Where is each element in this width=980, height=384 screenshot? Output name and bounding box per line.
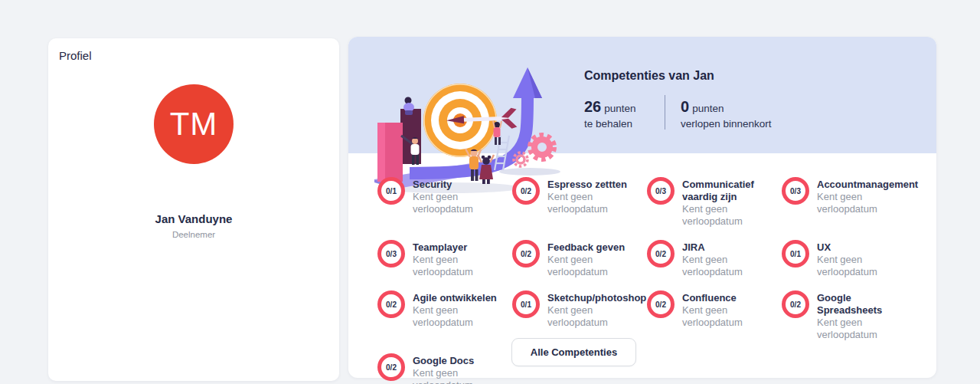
competency-name: JIRA	[682, 241, 765, 254]
stat-value: 0	[681, 98, 689, 115]
competency-expiry: Kent geen verloopdatum	[413, 254, 495, 278]
competency-text: Accountmanagement Kent geen verloopdatum	[817, 177, 918, 215]
competency-score-badge: 0/2	[512, 240, 540, 267]
competency-expiry: Kent geen verloopdatum	[682, 203, 765, 228]
ground-shadow-small	[499, 168, 560, 176]
competency-text: Agile ontwikkelen Kent geen verloopdatum	[413, 290, 497, 329]
competencies-header-banner: Competenties van Jan 26punten te behalen…	[348, 37, 936, 153]
competency-name: Google Spreadsheets	[817, 292, 916, 317]
competency-expiry: Kent geen verloopdatum	[817, 317, 900, 341]
competency-expiry: Kent geen verloopdatum	[817, 254, 900, 278]
competency-text: Google Docs Kent geen verloopdatum	[413, 353, 495, 384]
competency-text: Espresso zettten Kent geen verloopdatum	[547, 177, 630, 215]
competency-score-badge: 0/3	[377, 240, 405, 267]
competency-expiry: Kent geen verloopdatum	[413, 367, 495, 384]
competency-name: Communicatief vaardig zijn	[682, 179, 782, 203]
competency-text: JIRA Kent geen verloopdatum	[682, 240, 765, 278]
competency-score-badge: 0/2	[647, 240, 675, 267]
competency-name: Espresso zettten	[547, 179, 630, 191]
competency-expiry: Kent geen verloopdatum	[413, 191, 495, 215]
stat-unit: punten	[692, 103, 724, 114]
competency-name: Google Docs	[413, 355, 495, 367]
competency-item[interactable]: 0/2 JIRA Kent geen verloopdatum	[647, 240, 782, 278]
sitting-person-icon	[403, 97, 414, 116]
competency-expiry: Kent geen verloopdatum	[413, 304, 495, 329]
competency-score-badge: 0/2	[512, 177, 540, 205]
competency-item[interactable]: 0/1 Sketchup/photoshop Kent geen verloop…	[512, 290, 647, 329]
profile-card-title: Profiel	[59, 49, 92, 62]
competencies-title: Competenties van Jan	[584, 69, 772, 83]
competency-score-badge: 0/1	[377, 177, 405, 205]
competencies-stats: 26punten te behalen 0punten verlopen bin…	[584, 98, 772, 130]
competency-name: Security	[413, 179, 495, 191]
stat-points-to-earn: 26punten te behalen	[584, 98, 649, 130]
competency-score-badge: 0/1	[512, 290, 540, 318]
competency-expiry: Kent geen verloopdatum	[547, 191, 630, 215]
stat-label: verlopen binnenkort	[681, 118, 772, 130]
competency-expiry: Kent geen verloopdatum	[682, 304, 765, 329]
stat-unit: punten	[604, 103, 635, 114]
competency-text: UX Kent geen verloopdatum	[817, 240, 900, 278]
competency-text: Google Spreadsheets Kent geen verloopdat…	[817, 290, 916, 341]
competency-expiry: Kent geen verloopdatum	[547, 304, 630, 329]
avatar: TM	[154, 84, 234, 164]
competency-name: Agile ontwikkelen	[413, 292, 497, 304]
stat-label: te behalen	[584, 118, 649, 130]
gear-icon	[530, 135, 554, 159]
competency-text: Feedback geven Kent geen verloopdatum	[547, 240, 630, 278]
competency-score-badge: 0/3	[782, 177, 809, 205]
competency-text: Security Kent geen verloopdatum	[413, 177, 495, 215]
competency-item[interactable]: 0/2 Google Docs Kent geen verloopdatum	[377, 353, 512, 384]
competency-item[interactable]: 0/2 Espresso zettten Kent geen verloopda…	[512, 177, 647, 215]
stat-points-expiring: 0punten verlopen binnenkort	[681, 98, 772, 130]
competency-item[interactable]: 0/3 Communicatief vaardig zijn Kent geen…	[647, 177, 782, 228]
competency-item[interactable]: 0/1 UX Kent geen verloopdatum	[782, 240, 916, 278]
competency-score-badge: 0/2	[647, 290, 675, 318]
competency-text: Communicatief vaardig zijn Kent geen ver…	[682, 177, 782, 228]
competency-score-badge: 0/1	[782, 240, 809, 267]
competency-score-badge: 0/3	[647, 177, 675, 205]
stats-divider	[665, 95, 665, 130]
profile-card: Profiel TM Jan Vanduyne Deelnemer	[48, 38, 339, 381]
competency-text: Confluence Kent geen verloopdatum	[682, 290, 765, 329]
profile-name: Jan Vanduyne	[48, 212, 339, 225]
competencies-panel: Competenties van Jan 26punten te behalen…	[348, 37, 936, 378]
competency-item[interactable]: 0/2 Feedback geven Kent geen verloopdatu…	[512, 240, 647, 278]
competency-item[interactable]: 0/3 Accountmanagement Kent geen verloopd…	[782, 177, 916, 215]
competency-score-badge: 0/2	[377, 353, 405, 381]
competency-name: Teamplayer	[413, 241, 495, 254]
competency-expiry: Kent geen verloopdatum	[817, 191, 900, 215]
avatar-initials: TM	[170, 106, 218, 143]
competency-text: Teamplayer Kent geen verloopdatum	[413, 240, 495, 278]
competency-item[interactable]: 0/1 Security Kent geen verloopdatum	[377, 177, 512, 215]
hanging-person-icon	[493, 121, 501, 145]
competency-score-badge: 0/2	[377, 290, 405, 318]
profile-role: Deelnemer	[48, 230, 339, 239]
competencies-grid: 0/1 Security Kent geen verloopdatum 0/2 …	[377, 177, 916, 384]
competency-expiry: Kent geen verloopdatum	[682, 254, 765, 278]
competency-expiry: Kent geen verloopdatum	[547, 254, 630, 278]
competency-name: Feedback geven	[547, 241, 630, 254]
competency-name: Confluence	[682, 292, 765, 304]
competency-name: Accountmanagement	[817, 179, 918, 191]
competency-text: Sketchup/photoshop Kent geen verloopdatu…	[547, 290, 646, 329]
competency-item[interactable]: 0/2 Agile ontwikkelen Kent geen verloopd…	[377, 290, 512, 329]
competency-name: UX	[817, 241, 900, 254]
all-competencies-button[interactable]: Alle Competenties	[511, 338, 636, 366]
competency-name: Sketchup/photoshop	[547, 292, 646, 304]
competency-item[interactable]: 0/2 Google Spreadsheets Kent geen verloo…	[782, 290, 916, 341]
competency-score-badge: 0/2	[782, 290, 809, 318]
stat-value: 26	[584, 98, 601, 115]
competency-item[interactable]: 0/3 Teamplayer Kent geen verloopdatum	[377, 240, 512, 278]
gear-small-icon	[514, 153, 528, 166]
competency-item[interactable]: 0/2 Confluence Kent geen verloopdatum	[647, 290, 782, 329]
